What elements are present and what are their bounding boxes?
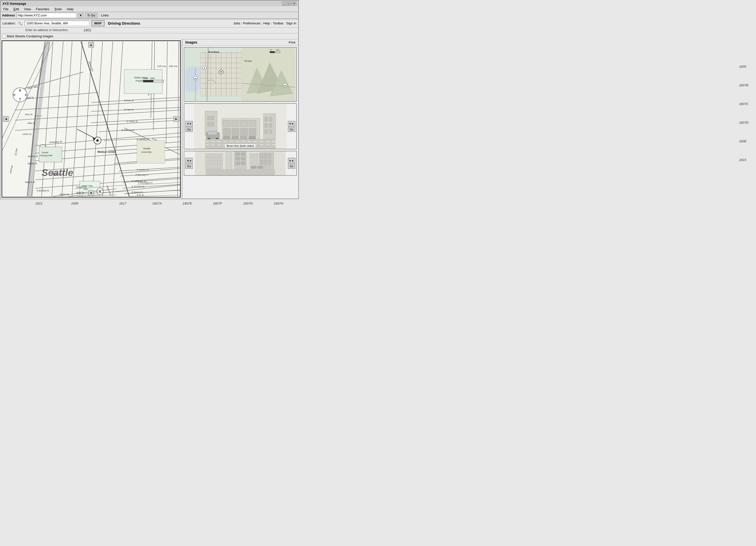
svg-text:Terrace St: Terrace St — [76, 186, 86, 189]
svg-rect-167 — [208, 131, 217, 135]
help-link[interactable]: Help — [263, 21, 270, 25]
svg-text:12th Ave: 12th Ave — [169, 65, 178, 67]
svg-text:E Remington Ct: E Remington Ct — [138, 182, 153, 184]
mark-streets-checkbox[interactable] — [2, 35, 6, 38]
preferences-link[interactable]: Preferences — [243, 21, 260, 25]
svg-text:200m: 200m — [143, 77, 148, 80]
svg-rect-185 — [232, 136, 239, 139]
address-label: Address — [2, 13, 15, 17]
toolbar-link[interactable]: Toolbar — [273, 21, 283, 25]
map-nav-left[interactable]: ◄ — [3, 116, 9, 122]
svg-rect-164 — [207, 122, 210, 126]
svg-text:E James Ct: E James Ct — [137, 169, 149, 171]
mini-map-svg: 5 90 99 — [184, 48, 296, 101]
svg-text:E Spruce St: E Spruce St — [132, 191, 143, 193]
svg-text:Pine St: Pine St — [25, 113, 33, 116]
mark-streets-checkbox-label[interactable]: Mark Streets Containing Images — [2, 34, 53, 38]
svg-rect-214 — [236, 157, 240, 160]
mini-map-area: 5 90 99 — [184, 47, 297, 102]
ref-1607A-label: 1607A — [152, 202, 162, 205]
svg-rect-165 — [211, 122, 214, 126]
svg-rect-179 — [249, 121, 256, 126]
toolbar-links: Jobs | Preferences | Help | Toolbar | Si… — [233, 21, 296, 25]
svg-rect-183 — [249, 128, 256, 135]
svg-text:E Union St: E Union St — [127, 120, 138, 123]
ref-1607H-label: 1607H — [274, 202, 283, 205]
map-nav-down[interactable]: ▼ — [88, 190, 94, 196]
svg-text:Union St: Union St — [23, 133, 32, 135]
bottom-refs: 1611 1609 1617 1607A 1607E 1607F 1607G 1… — [0, 199, 299, 205]
go-button[interactable]: ↻ Go — [85, 13, 97, 18]
menu-edit[interactable]: Edit — [12, 7, 20, 11]
svg-text:5: 5 — [204, 67, 205, 69]
map-nav-up[interactable]: ▲ — [88, 42, 94, 48]
driving-directions-button[interactable]: Driving Directions — [107, 21, 142, 26]
svg-rect-223 — [260, 160, 263, 165]
svg-rect-187 — [249, 136, 255, 139]
svg-rect-212 — [236, 153, 240, 156]
ref-1607G-label: 1607G — [243, 202, 253, 205]
maximize-button[interactable]: □ — [287, 1, 291, 5]
svg-text:Central: Central — [42, 152, 48, 154]
svg-rect-221 — [264, 154, 267, 159]
address-input[interactable] — [16, 13, 76, 18]
svg-text:Broadway: Broadway — [208, 51, 219, 53]
menu-favorites[interactable]: Favorites — [35, 7, 50, 11]
svg-text:Seattle: Seattle — [42, 168, 73, 178]
svg-text:Alder St: Alder St — [76, 191, 84, 194]
svg-rect-186 — [240, 136, 247, 139]
refresh-icon: ↻ — [87, 13, 90, 17]
ref-1609-label: 1609 — [71, 202, 78, 205]
minimize-button[interactable]: _ — [282, 1, 286, 5]
menu-view[interactable]: View — [23, 7, 32, 11]
map-border: ▲ ▼ ◄ ► 5 — [1, 40, 181, 198]
svg-rect-180 — [223, 128, 231, 135]
svg-text:Marion St: Marion St — [25, 181, 35, 184]
map-button[interactable]: MAP — [91, 20, 105, 26]
svg-rect-220 — [260, 154, 263, 159]
svg-text:James St: James St — [60, 193, 69, 196]
svg-text:11th Ave: 11th Ave — [157, 65, 166, 67]
svg-rect-194 — [269, 129, 272, 134]
window-controls: _ □ ✕ — [282, 1, 296, 5]
hint-row: Enter an address or intersection. 1601 — [0, 28, 298, 33]
svg-point-95 — [96, 139, 99, 142]
menubar: File Edit View Favorites Tools Help — [0, 6, 299, 12]
svg-text:E Barclay Ct: E Barclay Ct — [136, 174, 148, 176]
close-button[interactable]: ✕ — [292, 1, 296, 5]
address-dropdown[interactable]: ▼ — [78, 13, 84, 18]
main-container: Location: 🔍 MAP Driving Directions Jobs … — [0, 19, 299, 199]
location-label: Location: — [2, 21, 16, 25]
svg-rect-190 — [269, 117, 272, 122]
signin-link[interactable]: Sign In — [286, 21, 296, 25]
svg-rect-162 — [207, 116, 210, 121]
svg-rect-177 — [232, 121, 239, 126]
ref-1607F-label: 1607F — [213, 202, 222, 205]
svg-rect-99 — [143, 80, 153, 82]
menu-tools[interactable]: Tools — [53, 7, 63, 11]
svg-rect-178 — [240, 121, 248, 126]
address-bar: Address ▼ ↻ Go Links — [0, 12, 299, 19]
location-input[interactable] — [25, 21, 89, 26]
street-name-label: Boren Ave (both sides) — [225, 144, 256, 148]
menu-help[interactable]: Help — [66, 7, 74, 11]
svg-rect-226 — [206, 169, 275, 175]
svg-text:W: W — [13, 94, 16, 96]
map-nav-right[interactable]: ► — [174, 116, 179, 122]
ref-1611-label: 1611 — [35, 202, 43, 205]
images-header: Images Print — [182, 39, 298, 46]
content-area: ▲ ▼ ◄ ► 5 — [0, 39, 298, 199]
svg-text:Pike St: Pike St — [28, 122, 35, 125]
svg-rect-191 — [265, 123, 268, 128]
svg-text:90: 90 — [284, 85, 286, 87]
links-label: Links — [99, 13, 109, 17]
svg-text:5: 5 — [99, 190, 101, 193]
svg-rect-163 — [211, 116, 214, 121]
menu-file[interactable]: File — [1, 7, 9, 11]
print-button[interactable]: Print — [289, 41, 295, 44]
hint-text: Enter an address or intersection. — [25, 28, 68, 32]
street-view-bottom: ◄◄ Go ►► Go — [184, 151, 297, 176]
window-title: XYZ Homepage — [2, 2, 26, 5]
jobs-link[interactable]: Jobs — [233, 21, 240, 25]
ref-1607E-label: 1607E — [183, 202, 192, 205]
